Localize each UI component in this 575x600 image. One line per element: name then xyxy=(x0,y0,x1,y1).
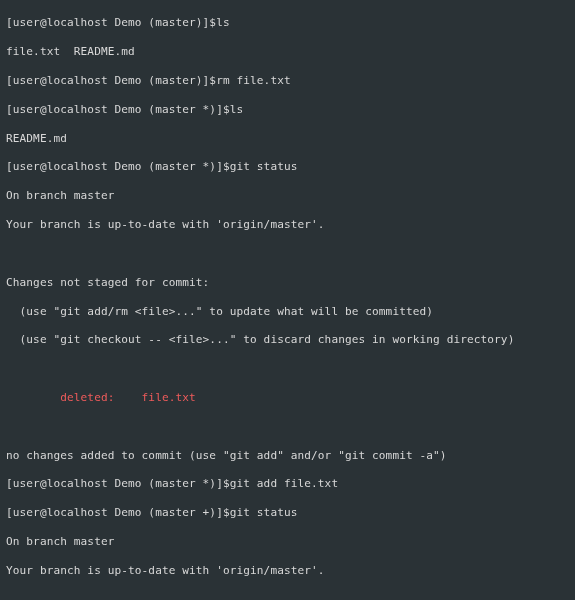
command-git-status: git status xyxy=(230,160,298,173)
status-uptodate: Your branch is up-to-date with 'origin/m… xyxy=(6,218,569,232)
command-rm: rm file.txt xyxy=(216,74,291,87)
cmd-line: [user@localhost Demo (master *)]$ls xyxy=(6,103,569,117)
status-hint-add: (use "git add/rm <file>..." to update wh… xyxy=(6,305,569,319)
terminal-window[interactable]: [user@localhost Demo (master)]$ls file.t… xyxy=(0,0,575,600)
prompt: [user@localhost Demo (master *)]$ xyxy=(6,103,230,116)
status-deleted-red: deleted: file.txt xyxy=(6,391,569,405)
blank-line xyxy=(6,420,569,434)
prompt: [user@localhost Demo (master +)]$ xyxy=(6,506,230,519)
blank-line xyxy=(6,362,569,376)
blank-line xyxy=(6,593,569,600)
prompt: [user@localhost Demo (master)]$ xyxy=(6,74,216,87)
command-ls: ls xyxy=(216,16,230,29)
status-branch: On branch master xyxy=(6,535,569,549)
output-ls: file.txt README.md xyxy=(6,45,569,59)
status-hint-checkout: (use "git checkout -- <file>..." to disc… xyxy=(6,333,569,347)
cmd-line: [user@localhost Demo (master *)]$git sta… xyxy=(6,160,569,174)
prompt: [user@localhost Demo (master *)]$ xyxy=(6,477,230,490)
status-branch: On branch master xyxy=(6,189,569,203)
command-git-add: git add file.txt xyxy=(230,477,338,490)
output-ls: README.md xyxy=(6,132,569,146)
cmd-line: [user@localhost Demo (master *)]$git add… xyxy=(6,477,569,491)
command-git-status: git status xyxy=(230,506,298,519)
status-no-changes: no changes added to commit (use "git add… xyxy=(6,449,569,463)
cmd-line: [user@localhost Demo (master)]$rm file.t… xyxy=(6,74,569,88)
blank-line xyxy=(6,247,569,261)
status-uptodate: Your branch is up-to-date with 'origin/m… xyxy=(6,564,569,578)
status-unstaged-hdr: Changes not staged for commit: xyxy=(6,276,569,290)
prompt: [user@localhost Demo (master *)]$ xyxy=(6,160,230,173)
cmd-line: [user@localhost Demo (master)]$ls xyxy=(6,16,569,30)
command-ls: ls xyxy=(230,103,244,116)
prompt: [user@localhost Demo (master)]$ xyxy=(6,16,216,29)
cmd-line: [user@localhost Demo (master +)]$git sta… xyxy=(6,506,569,520)
